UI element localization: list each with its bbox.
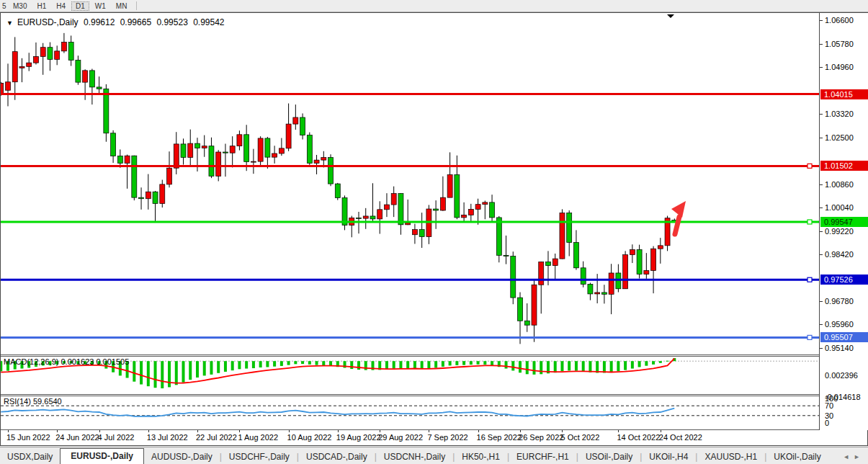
price-axis-label: 0.95140 [825,344,854,352]
timeframe-button-5[interactable]: 5 [1,1,7,11]
tab-usdx-daily[interactable]: USDX,Daily [0,450,60,464]
price-axis-tick [820,20,823,21]
price-axis-label: 1.04960 [825,63,854,71]
tab-scroll-left-icon[interactable]: ◄ [843,453,849,460]
price-axis-tick [820,231,823,232]
time-axis-label: 7 Sep 2022 [427,433,467,442]
time-axis-tick [661,430,661,432]
price-axis-label: 0.98420 [825,250,854,259]
time-axis-label: 16 Sep 2022 [477,433,522,442]
time-axis-tick [618,430,619,432]
time-axis-label: 24 Oct 2022 [659,433,702,442]
time-axis-tick [429,430,429,432]
time-axis-tick [562,430,563,432]
timeframe-button-h1[interactable]: H1 [32,1,50,11]
price-badge-0.97526: 0.97526 [820,275,868,285]
time-axis-tick [148,430,149,432]
price-axis-label: 0.99220 [825,227,854,236]
macd-scale-label: 0.002396 [825,371,858,380]
tab-usdcad-daily[interactable]: USDCAD-,Daily [299,450,375,464]
price-badge-0.99547: 0.99547 [820,217,868,227]
time-axis-tick [338,430,339,432]
price-axis-tick [820,254,823,255]
price-axis-label: 1.06600 [825,16,854,24]
price-axis-tick [820,208,823,208]
time-axis-tick [99,430,100,432]
time-axis-tick [57,430,58,432]
mt4-window: 5M30H1H4D1W1MN ▼EURUSD-,Daily 0.99612 0.… [0,0,868,464]
rsi-scale-label: 70 [825,401,833,410]
toolbar-divider [136,1,137,10]
title-symbol: EURUSD-,Daily [17,17,79,27]
chart-window: ▼EURUSD-,Daily 0.99612 0.99665 0.99523 0… [0,12,868,446]
time-axis-tick [380,430,380,432]
time-axis-tick [197,430,198,432]
time-axis-tick [239,430,240,432]
time-axis-label: 4 Jul 2022 [98,433,135,442]
tab-ukoil-h4[interactable]: UKOil-,H4 [642,450,695,464]
price-axis-label: 0.96780 [825,297,854,305]
price-axis-tick [820,301,823,302]
timeframe-button-w1[interactable]: W1 [91,1,110,11]
chart-title: ▼EURUSD-,Daily 0.99612 0.99665 0.99523 0… [6,17,228,27]
time-axis-label: 22 Jul 2022 [196,433,237,442]
title-low: 0.99523 [156,17,187,27]
panel-separator[interactable] [1,354,867,355]
price-axis-tick [820,348,823,349]
rsi-scale-label: 0 [825,419,829,427]
price-chart-canvas[interactable] [1,13,819,354]
title-high: 0.99665 [120,17,151,27]
tab-scroll-right-icon[interactable]: ► [854,453,860,460]
time-axis-label: 5 Oct 2022 [560,433,599,442]
time-axis-label: 13 Jul 2022 [147,433,188,442]
trend-arrow-annotation[interactable] [671,201,686,234]
price-axis-label: 0.95960 [825,320,854,329]
timeframe-button-mn[interactable]: MN [112,1,132,11]
title-dropdown-icon[interactable]: ▼ [6,19,13,27]
timeframe-button-m30[interactable]: M30 [9,1,31,11]
price-axis-label: 1.05780 [825,40,854,48]
price-axis-tick [820,184,823,185]
time-axis-label: 1 Aug 2022 [238,433,278,442]
tab-eurchf-h1[interactable]: EURCHF-,H1 [509,450,576,464]
timeframe-button-h4[interactable]: H4 [52,1,70,11]
time-axis-tick [8,430,9,432]
tab-ukoil-daily[interactable]: UKOil-,Daily [766,450,828,464]
panel-separator[interactable] [1,394,867,395]
time-axis-label: 14 Oct 2022 [617,433,660,442]
timeframe-button-d1[interactable]: D1 [71,1,89,11]
rsi-canvas[interactable] [1,396,819,429]
price-axis-label: 1.00860 [825,180,854,189]
time-axis-label: 24 Jun 2022 [55,433,99,442]
price-badge-1.04015: 1.04015 [820,89,868,99]
time-axis-tick [478,430,479,432]
price-axis-tick [820,138,823,138]
time-axis-label: 10 Aug 2022 [287,433,332,442]
price-axis-tick [820,114,823,115]
time-axis-tick [289,430,290,432]
price-axis-label: 1.03320 [825,110,854,118]
tab-scroll-nav: ◄► [841,449,862,464]
price-axis-label: 1.02500 [825,133,854,142]
price-axis-label: 1.00040 [825,203,854,212]
timeframe-toolbar: 5M30H1H4D1W1MN [0,0,868,12]
title-close: 0.99542 [193,17,224,27]
price-axis-tick [820,67,823,68]
time-axis-label: 19 Aug 2022 [336,433,381,442]
tab-usoil-daily[interactable]: USOil-,Daily [578,450,640,464]
tab-hk50-h1[interactable]: HK50-,H1 [455,450,507,464]
tab-xauusd-h1[interactable]: XAUUSD-,H1 [697,450,764,464]
tab-audusd-daily[interactable]: AUDUSD-,Daily [144,450,220,464]
time-axis-label: 15 Jun 2022 [6,433,50,442]
time-axis-label: 26 Sep 2022 [519,433,563,442]
price-axis[interactable]: 1.066001.057801.049601.033201.025001.008… [819,13,868,430]
tab-eurusd-daily[interactable]: EURUSD-,Daily [60,448,144,464]
tab-usdchf-daily[interactable]: USDCHF-,Daily [222,450,297,464]
price-badge-0.95507: 0.95507 [820,332,868,342]
price-axis-tick [820,44,823,45]
macd-label: MACD(12,26,9) 0.001623 0.001505 [4,357,129,366]
price-badge-1.01502: 1.01502 [820,161,868,171]
tab-usdcnh-daily[interactable]: USDCNH-,Daily [377,450,452,464]
time-axis[interactable]: 15 Jun 202224 Jun 20224 Jul 202213 Jul 2… [1,430,867,445]
title-open: 0.99612 [84,17,115,27]
